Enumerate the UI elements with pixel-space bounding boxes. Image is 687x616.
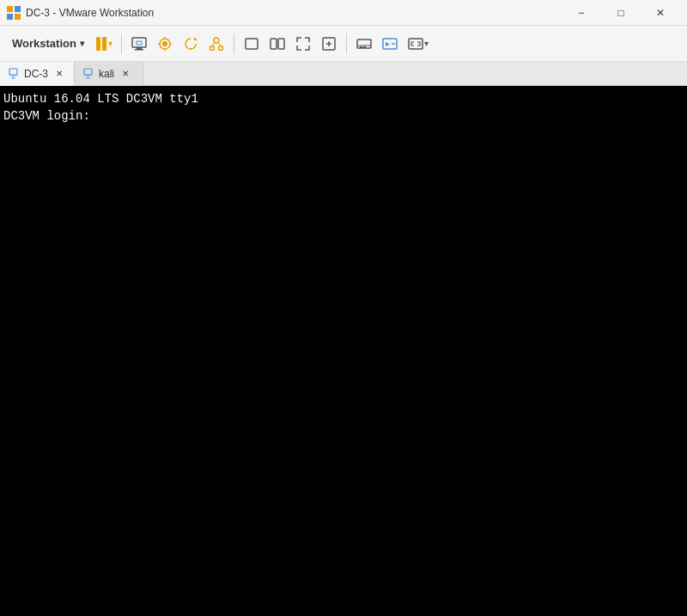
svg-marker-10 — [194, 37, 198, 40]
fullscreen-icon — [295, 35, 312, 52]
svg-rect-17 — [271, 39, 277, 49]
fullscreen-button[interactable] — [291, 29, 315, 58]
vm-settings-icon — [131, 35, 148, 52]
fullscreen-alt-button[interactable]: ▾ — [404, 29, 432, 58]
tabs-bar: DC-3 ✕ kali ✕ — [0, 62, 687, 86]
snapshot-icon — [156, 35, 173, 52]
separator-1 — [121, 34, 122, 54]
svg-point-12 — [210, 46, 214, 50]
svg-rect-31 — [11, 78, 15, 79]
svg-rect-1 — [15, 6, 21, 12]
tab-kali-close[interactable]: ✕ — [119, 68, 131, 80]
svg-rect-16 — [246, 39, 258, 49]
normal-view-icon — [243, 35, 260, 52]
toolbar: Workstation ▾ ▾ — [0, 26, 687, 62]
normal-view-button[interactable] — [240, 29, 264, 58]
snapshot-manager-icon — [208, 35, 225, 52]
svg-rect-2 — [7, 14, 13, 20]
tab-kali-icon — [83, 68, 95, 80]
autofit-button[interactable] — [317, 29, 341, 58]
ctrlaltdel-icon — [356, 35, 373, 52]
vm-settings-button[interactable] — [127, 29, 151, 58]
svg-rect-6 — [135, 49, 143, 51]
svg-rect-7 — [137, 41, 142, 45]
vm-line-3: DC3VM login: — [3, 108, 684, 125]
maximize-button[interactable]: □ — [601, 0, 641, 26]
console-view-icon — [381, 35, 398, 52]
svg-point-9 — [162, 41, 167, 46]
revert-icon — [182, 35, 199, 52]
vm-display[interactable]: Ubuntu 16.04 LTS DC3VM tty1 DC3VM login: — [0, 86, 687, 616]
tab-dc3-icon — [9, 68, 21, 80]
svg-line-14 — [212, 42, 215, 46]
snapshot-manager-button[interactable] — [204, 29, 228, 58]
svg-rect-34 — [87, 76, 89, 78]
separator-3 — [346, 34, 347, 54]
pause-icon — [96, 37, 106, 51]
console-view-button[interactable] — [378, 29, 402, 58]
title-bar: DC-3 - VMware Workstation − □ ✕ — [0, 0, 687, 26]
vm-line-1: Ubuntu 16.04 LTS DC3VM tty1 — [3, 91, 684, 108]
separator-2 — [234, 34, 234, 54]
fullscreen-alt-icon — [407, 35, 424, 52]
send-ctrlaltdel-button[interactable] — [352, 29, 376, 58]
svg-rect-4 — [132, 38, 146, 47]
svg-rect-30 — [12, 76, 15, 78]
svg-marker-25 — [386, 42, 390, 46]
revert-button[interactable] — [179, 29, 203, 58]
title-bar-controls: − □ ✕ — [562, 0, 680, 26]
unity-button[interactable] — [265, 29, 289, 58]
svg-point-11 — [214, 38, 219, 43]
svg-rect-5 — [137, 47, 142, 49]
tab-dc3-label: DC-3 — [24, 68, 48, 80]
pause-dropdown-arrow: ▾ — [108, 39, 112, 48]
svg-rect-29 — [9, 75, 17, 76]
svg-rect-28 — [9, 69, 17, 75]
svg-rect-33 — [84, 75, 92, 76]
app-title: DC-3 - VMware Workstation — [26, 7, 154, 19]
autofit-icon — [320, 35, 337, 52]
tab-kali-label: kali — [99, 68, 114, 80]
svg-rect-27 — [409, 39, 423, 49]
vmware-icon — [7, 6, 21, 20]
title-bar-left: DC-3 - VMware Workstation — [7, 6, 154, 20]
svg-rect-18 — [278, 39, 284, 49]
svg-rect-32 — [84, 69, 92, 75]
svg-rect-35 — [86, 78, 90, 79]
snapshot-button[interactable] — [153, 29, 177, 58]
svg-point-13 — [218, 46, 222, 50]
pause-button[interactable]: ▾ — [93, 29, 116, 58]
tab-dc3[interactable]: DC-3 ✕ — [0, 62, 75, 86]
svg-line-15 — [218, 42, 221, 46]
svg-rect-23 — [363, 46, 366, 48]
workstation-label: Workstation — [12, 37, 76, 50]
minimize-button[interactable]: − — [562, 0, 601, 26]
close-button[interactable]: ✕ — [641, 0, 680, 26]
unity-icon — [269, 35, 286, 52]
workstation-dropdown-arrow: ▾ — [80, 39, 84, 48]
workstation-menu-button[interactable]: Workstation ▾ — [5, 29, 91, 58]
svg-rect-0 — [7, 6, 13, 12]
tab-dc3-close[interactable]: ✕ — [53, 68, 65, 80]
tab-kali[interactable]: kali ✕ — [75, 62, 143, 86]
svg-rect-3 — [15, 14, 21, 20]
fullscreen-alt-arrow: ▾ — [424, 39, 429, 48]
svg-rect-22 — [360, 46, 362, 48]
